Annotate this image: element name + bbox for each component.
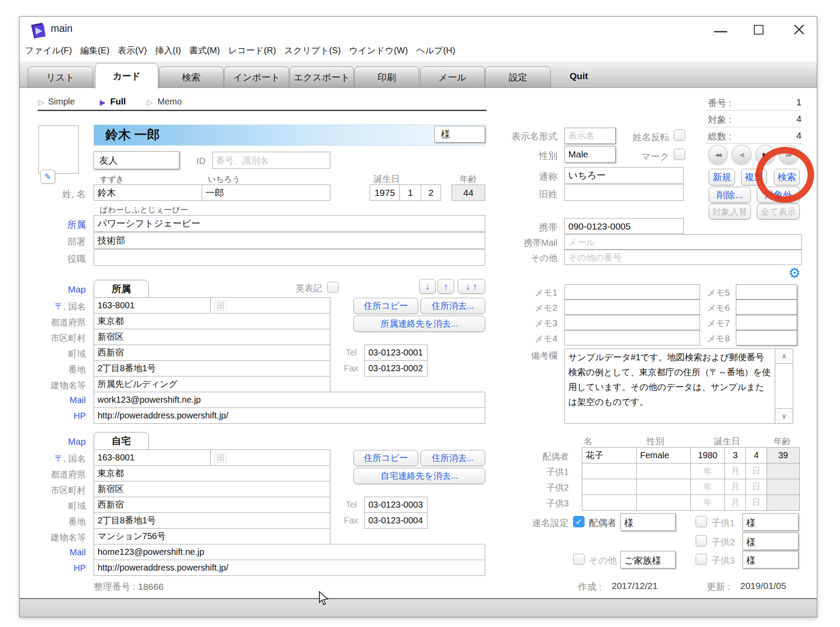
postal-mark[interactable]: 〒	[55, 454, 63, 463]
memo2-field[interactable]	[564, 300, 700, 315]
work-pref-field[interactable]: 東京都	[94, 313, 330, 329]
first-record-button[interactable]: ◀◀	[708, 145, 728, 165]
mobile-field[interactable]: 090-0123-0005	[564, 218, 684, 234]
tab-settings[interactable]: 設定	[485, 66, 551, 88]
joint-child3-suffix-field[interactable]: 様	[742, 551, 798, 568]
menu-help[interactable]: ヘルプ(H)	[416, 45, 455, 56]
family-name-cell[interactable]	[582, 495, 637, 511]
joint-child2-checkbox[interactable]	[696, 535, 707, 547]
family-name-cell[interactable]	[582, 463, 637, 479]
menu-edit[interactable]: 編集(E)	[80, 45, 109, 56]
family-year-cell[interactable]: 年	[690, 495, 725, 511]
joint-spouse-suffix-field[interactable]: 様	[620, 513, 676, 531]
menu-view[interactable]: 表示(V)	[118, 45, 147, 56]
work-building-field[interactable]: 所属先ビルディング	[94, 376, 330, 392]
menu-record[interactable]: レコード(R)	[228, 45, 276, 56]
home-mail-label[interactable]: Mail	[42, 547, 86, 557]
tab-find[interactable]: 検索	[159, 66, 224, 88]
work-addr-copy-button[interactable]: 住所コピー	[354, 298, 418, 314]
joint-other-checkbox[interactable]	[573, 554, 584, 565]
maiden-field[interactable]	[564, 184, 684, 201]
display-name-banner[interactable]: 鈴木 一郎	[94, 125, 485, 146]
work-contact-clear-button[interactable]: 所属連絡先を消去...	[354, 316, 485, 332]
name-invert-checkbox[interactable]	[674, 129, 685, 141]
family-name-cell[interactable]	[582, 479, 637, 495]
menu-window[interactable]: ウインドウ(W)	[349, 45, 408, 56]
menu-file[interactable]: ファイル(F)	[25, 45, 72, 56]
memo8-field[interactable]	[736, 330, 797, 345]
move-down-button[interactable]: ↓	[419, 279, 436, 294]
family-year-cell[interactable]: 年	[690, 479, 725, 495]
home-block-field[interactable]: 2丁目8番地1号	[94, 512, 330, 529]
family-gender-cell[interactable]	[636, 463, 691, 479]
first-name-field[interactable]: 一郎	[202, 185, 330, 201]
home-tel-field[interactable]: 03-0123-0003	[364, 497, 427, 513]
work-postal-field[interactable]: 163-8001	[94, 297, 211, 314]
family-year-cell[interactable]: 1980	[690, 447, 725, 463]
viewtab-simple[interactable]: Simple	[48, 97, 75, 107]
work-hp-label[interactable]: HP	[42, 411, 86, 421]
memo3-field[interactable]	[564, 315, 700, 330]
maximize-button[interactable]	[749, 23, 769, 38]
work-city-field[interactable]: 新宿区	[94, 329, 330, 345]
category-field[interactable]: 友人	[94, 151, 179, 169]
last-name-field[interactable]: 鈴木	[94, 185, 202, 201]
birth-month-field[interactable]: 1	[399, 185, 421, 201]
family-year-cell[interactable]: 年	[690, 463, 725, 479]
company-field[interactable]: パワーシフトジェーピー	[94, 215, 485, 232]
viewtab-full[interactable]: Full	[110, 97, 126, 107]
family-gender-cell[interactable]	[636, 495, 691, 511]
tab-print[interactable]: 印刷	[354, 66, 419, 88]
move-up-button[interactable]: ↑	[438, 279, 454, 294]
gender-field[interactable]: Male	[564, 146, 616, 163]
work-tel-field[interactable]: 03-0123-0001	[364, 345, 427, 361]
home-contact-clear-button[interactable]: 自宅連絡先を消去...	[354, 468, 485, 484]
memo1-field[interactable]	[564, 284, 700, 300]
home-addr-tab[interactable]: 自宅	[94, 432, 149, 450]
family-month-cell[interactable]: 月	[724, 495, 746, 511]
work-addr-tab[interactable]: 所属	[94, 280, 149, 298]
birth-year-field[interactable]: 1975	[370, 185, 400, 201]
other-phone-field[interactable]: その他の番号	[564, 250, 802, 265]
joint-child1-suffix-field[interactable]: 様	[742, 513, 798, 531]
tab-export[interactable]: エクスポート	[290, 66, 354, 88]
work-mail-field[interactable]: work123@powershift.ne.jp	[94, 392, 485, 408]
family-day-cell[interactable]: 日	[746, 495, 767, 511]
tab-import[interactable]: インポート	[224, 66, 289, 88]
dept-field[interactable]: 技術部	[94, 232, 485, 249]
memo4-field[interactable]	[564, 330, 700, 345]
home-addr-copy-button[interactable]: 住所コピー	[354, 450, 418, 466]
eng-notation-checkbox[interactable]	[327, 282, 339, 293]
alias-field[interactable]: いちろー	[564, 167, 684, 184]
swap-found-button[interactable]: 対象入替	[709, 204, 751, 219]
home-pref-field[interactable]: 東京都	[94, 465, 330, 481]
delete-record-button[interactable]: 削除...	[709, 187, 751, 203]
home-addr-clear-button[interactable]: 住所消去...	[420, 450, 485, 466]
work-country-field[interactable]: 国	[210, 297, 330, 314]
family-gender-cell[interactable]	[636, 479, 691, 495]
home-postal-field[interactable]: 163-8001	[94, 449, 211, 466]
home-building-field[interactable]: マンション756号	[94, 528, 330, 544]
family-day-cell[interactable]: 日	[746, 463, 767, 479]
work-town-field[interactable]: 西新宿	[94, 345, 330, 361]
menu-insert[interactable]: 挿入(I)	[155, 45, 181, 56]
menu-format[interactable]: 書式(M)	[189, 45, 220, 56]
notes-scroll-up-button[interactable]: ∧	[775, 348, 793, 364]
notes-scroll-down-button[interactable]: ∨	[775, 408, 793, 424]
prev-record-button[interactable]: ◀	[732, 145, 752, 165]
menu-script[interactable]: スクリプト(S)	[284, 45, 341, 56]
family-month-cell[interactable]: 3	[724, 447, 746, 463]
home-country-field[interactable]: 国	[210, 449, 330, 466]
family-name-cell[interactable]: 花子	[582, 447, 637, 463]
photo-edit-button[interactable]: ✎	[40, 170, 55, 184]
home-fax-field[interactable]: 03-0123-0004	[364, 512, 427, 529]
gear-icon[interactable]: ⚙	[788, 265, 801, 281]
tab-list[interactable]: リスト	[28, 66, 93, 88]
home-city-field[interactable]: 新宿区	[94, 481, 330, 497]
home-mail-field[interactable]: home123@powershift.ne.jp	[94, 544, 485, 560]
tab-card[interactable]: カード	[95, 63, 158, 89]
company-label[interactable]: 所属	[52, 219, 86, 231]
work-map-link[interactable]: Map	[52, 284, 86, 295]
new-record-button[interactable]: 新規	[709, 169, 735, 185]
joint-spouse-checkbox[interactable]: ✓	[573, 516, 584, 527]
